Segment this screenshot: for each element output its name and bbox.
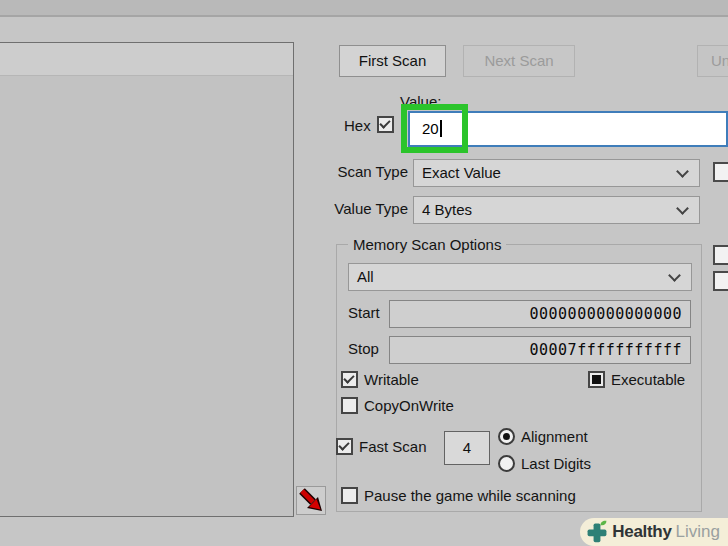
value-type-dropdown[interactable]: 4 Bytes	[413, 196, 700, 224]
writable-checkbox[interactable]	[341, 371, 358, 388]
last-digits-label: Last Digits	[521, 455, 591, 472]
region-selected: All	[357, 268, 374, 285]
scan-option-checkbox-cutoff[interactable]	[713, 162, 728, 182]
extra-option-checkbox-cutoff-1[interactable]	[713, 245, 728, 265]
value-input-text: 20	[422, 120, 439, 137]
chevron-down-icon	[676, 202, 689, 215]
value-type-selected: 4 Bytes	[422, 201, 472, 218]
start-label: Start	[348, 304, 380, 321]
chevron-down-icon	[676, 165, 689, 178]
found-list-header	[0, 43, 293, 76]
found-address-list	[0, 42, 294, 517]
value-input[interactable]: 20	[408, 111, 728, 147]
scan-type-label: Scan Type	[300, 163, 408, 180]
writable-label: Writable	[364, 371, 419, 388]
region-dropdown[interactable]: All	[348, 263, 692, 291]
scan-type-selected: Exact Value	[422, 164, 501, 181]
extra-option-checkbox-cutoff-2[interactable]	[713, 271, 728, 291]
value-type-label: Value Type	[300, 200, 408, 217]
next-scan-button[interactable]: Next Scan	[463, 45, 575, 77]
scan-type-dropdown[interactable]: Exact Value	[413, 159, 700, 187]
copyonwrite-checkbox[interactable]	[341, 397, 358, 414]
pause-game-label: Pause the game while scanning	[364, 487, 576, 504]
copyonwrite-label: CopyOnWrite	[364, 397, 454, 414]
fast-scan-label: Fast Scan	[359, 438, 427, 455]
add-selected-addresses-button[interactable]	[296, 486, 326, 515]
last-digits-radio[interactable]	[498, 455, 515, 472]
window-top-divider	[0, 0, 728, 17]
executable-label: Executable	[611, 371, 685, 388]
memory-scanner-window: First Scan Next Scan Un Value: Hex 20 Sc…	[0, 0, 728, 546]
stop-address-field[interactable]: 00007fffffffffff	[389, 336, 691, 364]
found-list-body[interactable]	[0, 77, 293, 517]
value-label: Value:	[400, 93, 441, 110]
alignment-label: Alignment	[521, 428, 588, 445]
healthy-living-watermark: Healthy Living	[580, 518, 728, 546]
fast-scan-alignment-input[interactable]: 4	[444, 431, 490, 465]
alignment-radio[interactable]	[498, 428, 515, 445]
fast-scan-checkbox[interactable]	[336, 438, 353, 455]
watermark-light-text: Living	[676, 522, 720, 542]
start-address-field[interactable]: 0000000000000000	[389, 300, 691, 328]
watermark-bold-text: Healthy	[612, 522, 671, 542]
text-caret	[440, 120, 442, 137]
chevron-down-icon	[668, 269, 681, 282]
stop-label: Stop	[348, 340, 379, 357]
red-arrow-icon	[297, 487, 325, 514]
undo-scan-button[interactable]: Un	[697, 45, 728, 77]
executable-checkbox[interactable]	[588, 371, 605, 388]
memory-scan-options-title: Memory Scan Options	[348, 236, 506, 253]
healthy-living-logo-icon	[585, 520, 609, 544]
hex-label: Hex	[344, 117, 371, 134]
pause-game-checkbox[interactable]	[341, 487, 358, 504]
first-scan-button[interactable]: First Scan	[339, 45, 446, 77]
hex-checkbox[interactable]	[377, 116, 394, 133]
